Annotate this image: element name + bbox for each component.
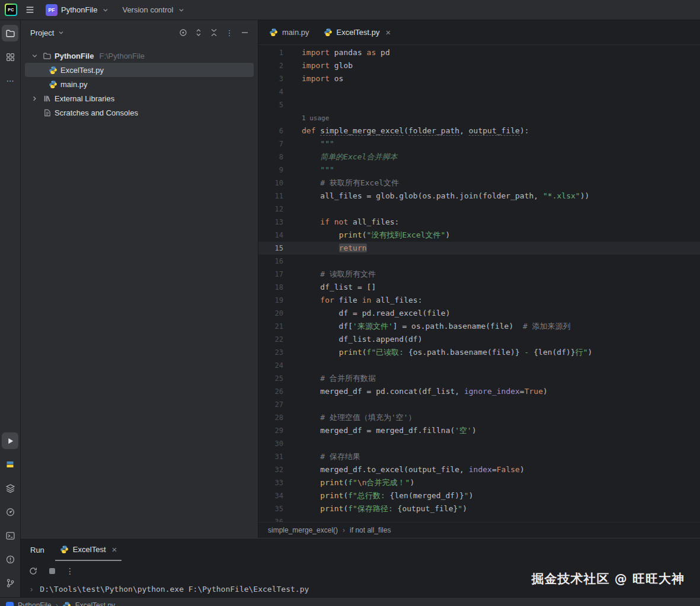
code-row[interactable]: 16	[258, 255, 700, 268]
tool-python-console-icon[interactable]	[2, 456, 18, 473]
code-row[interactable]: 10 # 获取所有Excel文件	[258, 177, 700, 190]
line-number[interactable]: 17	[258, 268, 283, 281]
line-number[interactable]: 33	[258, 476, 283, 489]
chevron-right-icon[interactable]	[30, 94, 39, 103]
line-number[interactable]: 6	[258, 124, 283, 137]
code-row[interactable]: 14 print("没有找到Excel文件")	[258, 229, 700, 242]
git-branch-icon[interactable]	[2, 575, 18, 591]
line-number[interactable]: 21	[258, 320, 283, 333]
pycharm-logo-icon[interactable]: PC	[5, 4, 17, 16]
close-tab-icon[interactable]: ×	[112, 545, 117, 554]
code-row[interactable]: 4	[258, 85, 700, 98]
code-row[interactable]: 26 merged_df = pd.concat(df_list, ignore…	[258, 385, 700, 398]
line-number[interactable]: 36	[258, 515, 283, 522]
tree-item-main-py[interactable]: main.py	[25, 77, 254, 91]
code-row[interactable]: 1import pandas as pd	[258, 46, 700, 59]
breadcrumb-statement[interactable]: if not all_files	[350, 526, 391, 534]
code-row[interactable]: 3import os	[258, 72, 700, 85]
line-number[interactable]: 10	[258, 177, 283, 190]
run-console[interactable]: › D:\Tools\test\Python\python.exe F:\Pyt…	[21, 581, 700, 597]
code-row[interactable]: 13 if not all_files:	[258, 216, 700, 229]
line-number[interactable]: 23	[258, 346, 283, 359]
line-number[interactable]: 34	[258, 489, 283, 502]
close-tab-icon[interactable]: ×	[386, 28, 391, 37]
code-row[interactable]: 34 print(f"总行数: {len(merged_df)}")	[258, 489, 700, 502]
code-row[interactable]: 7 """	[258, 137, 700, 150]
line-number[interactable]: 16	[258, 255, 283, 268]
hide-panel-icon[interactable]	[238, 25, 252, 40]
code-row[interactable]: 2import glob	[258, 59, 700, 72]
usages-hint[interactable]: 1 usage	[302, 114, 329, 122]
line-number[interactable]: 32	[258, 463, 283, 476]
code-row[interactable]: 11 all_files = glob.glob(os.path.join(fo…	[258, 190, 700, 203]
code-row[interactable]: 25 # 合并所有数据	[258, 372, 700, 385]
tool-terminal-icon[interactable]	[2, 527, 18, 544]
tool-project-icon[interactable]	[2, 25, 18, 41]
line-number[interactable]: 20	[258, 307, 283, 320]
status-project-crumb[interactable]: PythonFile	[18, 601, 52, 606]
tool-problems-icon[interactable]	[2, 551, 18, 567]
code-editor[interactable]: 1import pandas as pd2import glob3import …	[258, 45, 700, 522]
more-options-icon[interactable]: ⋮	[222, 25, 236, 40]
code-row[interactable]: 22 df_list.append(df)	[258, 333, 700, 346]
more-tool-windows-icon[interactable]: ⋯	[2, 72, 18, 89]
code-row[interactable]: 17 # 读取所有文件	[258, 268, 700, 281]
tool-run-icon[interactable]	[2, 432, 18, 449]
line-number[interactable]: 9	[258, 163, 283, 177]
code-row[interactable]: 36	[258, 515, 700, 522]
line-number[interactable]: 24	[258, 359, 283, 372]
code-row[interactable]: 19 for file in all_files:	[258, 294, 700, 307]
project-panel-title[interactable]: Project	[30, 28, 54, 37]
code-row[interactable]: 21 df['来源文件'] = os.path.basename(file) #…	[258, 320, 700, 333]
code-row[interactable]: 32 merged_df.to_excel(output_file, index…	[258, 463, 700, 476]
line-number[interactable]: 29	[258, 424, 283, 437]
line-number[interactable]: 4	[258, 85, 283, 98]
tool-python-packages-icon[interactable]	[2, 504, 18, 520]
line-number[interactable]: 13	[258, 216, 283, 229]
line-number[interactable]: 31	[258, 450, 283, 463]
line-number[interactable]: 27	[258, 398, 283, 411]
line-number[interactable]: 18	[258, 281, 283, 294]
line-number[interactable]	[258, 111, 283, 124]
line-number[interactable]: 15	[258, 242, 283, 255]
line-number[interactable]: 3	[258, 72, 283, 85]
code-row[interactable]: 6def simple_merge_excel(folder_path, out…	[258, 124, 700, 137]
code-row[interactable]: 29 merged_df = merged_df.fillna('空')	[258, 424, 700, 437]
code-row[interactable]: 30	[258, 437, 700, 450]
line-number[interactable]: 7	[258, 137, 283, 150]
line-number[interactable]: 19	[258, 294, 283, 307]
tree-item-pythonfile-root[interactable]: PythonFile F:\PythonFile	[25, 49, 254, 63]
collapse-all-icon[interactable]	[207, 25, 221, 40]
line-number[interactable]: 30	[258, 437, 283, 450]
hamburger-menu-icon[interactable]	[22, 2, 37, 18]
tree-item-scratches[interactable]: Scratches and Consoles	[25, 105, 254, 120]
stop-icon[interactable]	[44, 563, 60, 579]
code-row[interactable]: 5	[258, 98, 700, 111]
line-number[interactable]: 5	[258, 98, 283, 111]
tool-structure-icon[interactable]	[2, 49, 18, 65]
line-number[interactable]: 8	[258, 150, 283, 163]
line-number[interactable]: 25	[258, 372, 283, 385]
line-number[interactable]: 11	[258, 190, 283, 203]
line-number[interactable]: 28	[258, 411, 283, 424]
tab-exceltest-py[interactable]: ExcelTest.py ×	[317, 20, 398, 44]
line-number[interactable]: 22	[258, 333, 283, 346]
code-row[interactable]: 20 df = pd.read_excel(file)	[258, 307, 700, 320]
line-number[interactable]: 12	[258, 203, 283, 216]
locate-opened-file-icon[interactable]	[176, 25, 190, 40]
code-row[interactable]: 27	[258, 398, 700, 411]
code-row[interactable]: 28 # 处理空值（填充为'空'）	[258, 411, 700, 424]
breadcrumb-function[interactable]: simple_merge_excel()	[268, 526, 338, 534]
code-row[interactable]: 31 # 保存结果	[258, 450, 700, 463]
tool-services-icon[interactable]	[2, 480, 18, 496]
line-number[interactable]: 1	[258, 46, 283, 59]
status-file-crumb[interactable]: ExcelTest.py	[75, 601, 115, 606]
console-command[interactable]: D:\Tools\test\Python\python.exe F:\Pytho…	[40, 585, 309, 594]
expand-collapse-icon[interactable]	[191, 25, 206, 40]
code-row[interactable]: 24	[258, 359, 700, 372]
inlay-row[interactable]: 1 usage	[258, 111, 700, 124]
code-row[interactable]: 15 return	[258, 242, 700, 255]
code-row[interactable]: 8 简单的Excel合并脚本	[258, 150, 700, 163]
code-row[interactable]: 18 df_list = []	[258, 281, 700, 294]
code-row[interactable]: 33 print(f"\n合并完成！")	[258, 476, 700, 489]
